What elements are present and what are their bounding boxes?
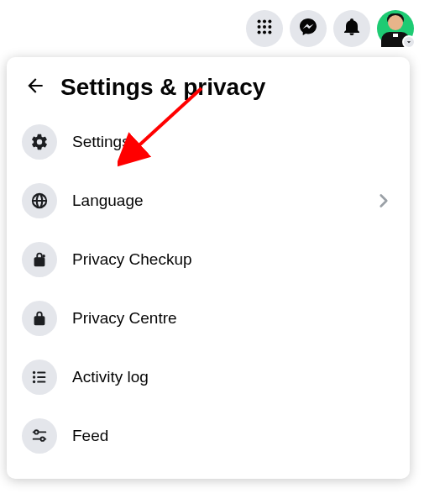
menu-item-feed[interactable]: Feed xyxy=(15,410,401,462)
menu-item-settings[interactable]: Settings xyxy=(15,116,401,168)
menu-label-feed: Feed xyxy=(72,427,395,445)
sliders-icon xyxy=(22,418,57,454)
svg-point-14 xyxy=(33,381,35,383)
messenger-icon xyxy=(298,17,318,40)
list-icon xyxy=(22,360,57,395)
svg-point-5 xyxy=(268,25,271,29)
apps-menu-button[interactable] xyxy=(246,10,283,47)
menu-item-privacy-checkup[interactable]: Privacy Checkup xyxy=(15,234,401,286)
account-avatar-button[interactable] xyxy=(377,10,414,47)
menu-label-language: Language xyxy=(72,192,358,210)
svg-point-7 xyxy=(263,30,266,34)
bell-icon xyxy=(342,17,362,40)
menu-label-privacy-checkup: Privacy Checkup xyxy=(72,250,395,269)
lock-icon xyxy=(22,301,57,336)
svg-rect-11 xyxy=(37,371,45,373)
avatar-chevron-badge xyxy=(402,35,416,49)
avatar-bow xyxy=(393,34,398,37)
svg-point-1 xyxy=(263,20,266,24)
svg-point-0 xyxy=(258,20,261,24)
menu-item-activity-log[interactable]: Activity log xyxy=(15,351,401,403)
menu-item-privacy-centre[interactable]: Privacy Centre xyxy=(15,292,401,344)
menu-label-settings: Settings xyxy=(72,133,395,151)
top-icon-bar xyxy=(246,10,414,47)
settings-privacy-panel: Settings & privacy Settings Language Pri… xyxy=(7,57,410,479)
svg-point-2 xyxy=(268,20,271,24)
avatar-head xyxy=(388,15,403,30)
svg-point-4 xyxy=(263,25,266,29)
arrow-left-icon xyxy=(24,75,46,100)
svg-point-3 xyxy=(258,25,261,29)
back-button[interactable] xyxy=(22,74,49,101)
svg-point-9 xyxy=(42,255,45,258)
lock-heart-icon xyxy=(22,242,57,277)
panel-title: Settings & privacy xyxy=(60,74,265,101)
svg-point-10 xyxy=(33,371,35,374)
apps-grid-icon xyxy=(255,18,274,39)
menu-label-activity-log: Activity log xyxy=(72,368,395,386)
panel-header: Settings & privacy xyxy=(15,71,401,116)
notifications-button[interactable] xyxy=(333,10,370,47)
chevron-right-icon xyxy=(373,190,395,212)
menu-item-language[interactable]: Language xyxy=(15,175,401,227)
svg-point-17 xyxy=(34,430,38,433)
gear-icon xyxy=(22,124,57,160)
svg-point-8 xyxy=(268,30,271,34)
svg-point-6 xyxy=(258,30,261,34)
svg-point-19 xyxy=(40,437,44,440)
menu-label-privacy-centre: Privacy Centre xyxy=(72,309,395,328)
globe-icon xyxy=(22,183,57,218)
messenger-button[interactable] xyxy=(290,10,327,47)
svg-rect-15 xyxy=(37,381,45,382)
svg-rect-13 xyxy=(37,376,45,378)
svg-point-12 xyxy=(33,375,35,378)
